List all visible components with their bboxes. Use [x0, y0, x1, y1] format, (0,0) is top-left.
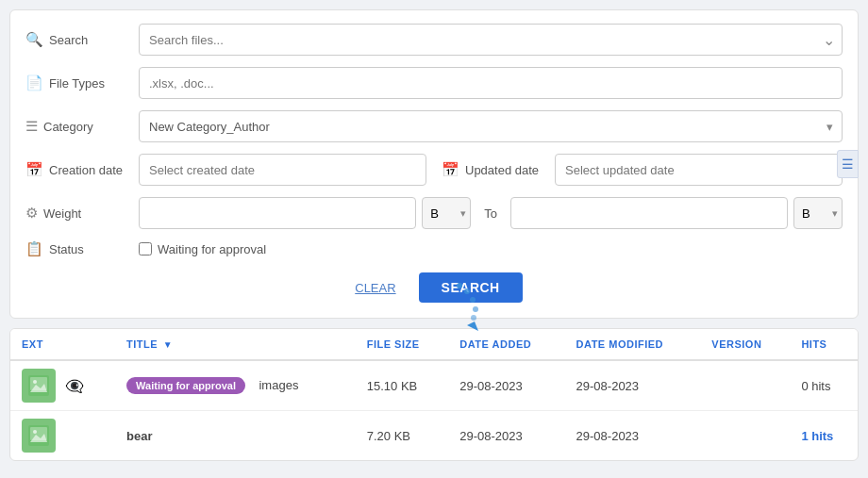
table-row: 👁‍🗨 Waiting for approval images 15.10 KB…: [10, 360, 858, 411]
search-row: 🔍 Search ⌄: [25, 24, 843, 56]
svg-point-12: [33, 430, 37, 434]
updated-date-label-text: Updated date: [465, 163, 539, 177]
category-row: ☰ Category New Category_Author ▾: [25, 110, 843, 142]
svg-point-3: [473, 306, 478, 312]
category-wrapper: New Category_Author ▾: [139, 110, 843, 142]
row1-title: images: [259, 378, 298, 392]
row2-dateadded: 29-08-2023: [448, 411, 564, 461]
creation-date-label: 📅 Creation date: [25, 161, 139, 178]
col-title: TITLE ▼: [115, 329, 356, 360]
row1-datemodified: 29-08-2023: [565, 360, 701, 411]
category-icon: ☰: [25, 118, 38, 135]
to-label: To: [471, 206, 510, 221]
row1-version: [700, 360, 790, 411]
sort-icon[interactable]: ▼: [163, 339, 173, 350]
svg-point-2: [470, 297, 476, 303]
status-label: 📋 Status: [25, 240, 139, 257]
weight-to-unit-select[interactable]: B KB MB: [793, 197, 843, 229]
row1-ext: 👁‍🗨: [10, 360, 115, 411]
expand-icon[interactable]: ⌄: [823, 31, 835, 49]
row2-ext: [10, 411, 115, 461]
status-icon: 📋: [25, 240, 43, 257]
updated-date-input[interactable]: [555, 154, 843, 186]
svg-point-1: [464, 288, 470, 294]
row1-dateadded: 29-08-2023: [448, 360, 564, 411]
col-version: VERSION: [700, 329, 790, 360]
row2-title: bear: [126, 429, 152, 443]
waiting-approval-text: Waiting for approval: [158, 242, 266, 256]
table-header-row: EXT TITLE ▼ FILE SIZE DATE ADDED DATE MO…: [10, 329, 858, 360]
filetypes-label: 📄 File Types: [25, 74, 139, 91]
category-select[interactable]: New Category_Author: [139, 110, 843, 142]
row2-datemodified: 29-08-2023: [565, 411, 701, 461]
col-ext: EXT: [10, 329, 115, 360]
svg-point-8: [33, 380, 37, 384]
row2-thumb: [22, 419, 56, 453]
filetypes-input[interactable]: [139, 67, 843, 99]
clear-button[interactable]: CLEAR: [345, 275, 405, 301]
row1-thumb: [22, 369, 56, 403]
file-icon: 📄: [25, 74, 43, 91]
row2-version: [700, 411, 790, 461]
waiting-approval-checkbox[interactable]: [139, 242, 152, 255]
col-hits: HITS: [790, 329, 858, 360]
waiting-approval-badge: Waiting for approval: [126, 377, 245, 394]
weight-from-group: B KB MB ▾: [139, 197, 471, 229]
eye-off-icon[interactable]: 👁‍🗨: [65, 377, 84, 395]
weight-row: ⚙ Weight B KB MB ▾ To: [25, 197, 843, 229]
status-row: 📋 Status Waiting for approval: [25, 240, 843, 257]
row1-filesize: 15.10 KB: [356, 360, 449, 411]
creation-date-section: 📅 Creation date: [25, 154, 426, 186]
filter-icon[interactable]: ☰: [837, 150, 859, 178]
svg-point-0: [457, 283, 462, 288]
weight-from-unit-wrapper: B KB MB ▾: [422, 197, 471, 229]
image-thumb-icon: [28, 375, 49, 396]
image-thumb-icon2: [28, 425, 49, 446]
date-row: 📅 Creation date 📅 Updated date: [25, 154, 843, 186]
weight-to-group: B KB MB ▾: [510, 197, 843, 229]
app-container: ☰ 🔍 Search ⌄ 📄 File Types ☰ C: [0, 9, 868, 478]
weight-label: ⚙ Weight: [25, 205, 139, 222]
filetypes-label-text: File Types: [49, 76, 105, 91]
waiting-approval-checkbox-label[interactable]: Waiting for approval: [139, 242, 266, 256]
updated-date-section: 📅 Updated date: [442, 154, 843, 186]
updated-date-label: 📅 Updated date: [442, 161, 555, 178]
weight-icon: ⚙: [25, 205, 38, 222]
filetypes-row: 📄 File Types: [25, 67, 843, 99]
row1-title-cell: Waiting for approval images: [115, 360, 356, 411]
results-table: EXT TITLE ▼ FILE SIZE DATE ADDED DATE MO…: [10, 329, 858, 460]
results-section: EXT TITLE ▼ FILE SIZE DATE ADDED DATE MO…: [9, 328, 859, 461]
weight-to-unit-wrapper: B KB MB ▾: [793, 197, 843, 229]
weight-label-text: Weight: [43, 206, 81, 221]
calendar-icon-creation: 📅: [25, 161, 43, 178]
hits-highlight: 1 hits: [801, 429, 833, 443]
category-label-text: Category: [43, 120, 93, 134]
table-body: 👁‍🗨 Waiting for approval images 15.10 KB…: [10, 360, 858, 460]
weight-from-input[interactable]: [139, 197, 416, 229]
col-datemodified: DATE MODIFIED: [565, 329, 701, 360]
search-input[interactable]: [139, 24, 843, 56]
search-icon: 🔍: [25, 31, 43, 48]
creation-date-label-text: Creation date: [49, 163, 123, 177]
row2-title-cell: bear: [115, 411, 356, 461]
arrow-indicator: [450, 276, 516, 342]
search-label: 🔍 Search: [25, 31, 139, 48]
row2-filesize: 7.20 KB: [356, 411, 449, 461]
creation-date-input[interactable]: [139, 154, 426, 186]
weight-from-unit-select[interactable]: B KB MB: [422, 197, 471, 229]
search-label-text: Search: [49, 33, 88, 47]
action-row: CLEAR SEARCH: [25, 267, 843, 303]
weight-to-input[interactable]: [510, 197, 788, 229]
search-input-wrapper: ⌄: [139, 24, 843, 56]
svg-point-4: [471, 315, 476, 321]
calendar-icon-updated: 📅: [442, 161, 459, 178]
col-filesize: FILE SIZE: [356, 329, 449, 360]
status-label-text: Status: [49, 242, 84, 256]
search-panel: ☰ 🔍 Search ⌄ 📄 File Types ☰ C: [9, 9, 859, 319]
table-row: bear 7.20 KB 29-08-2023 29-08-2023 1 hit…: [10, 411, 858, 461]
row2-hits: 1 hits: [790, 411, 858, 461]
svg-marker-5: [467, 321, 478, 331]
category-label: ☰ Category: [25, 118, 139, 135]
row1-hits: 0 hits: [790, 360, 858, 411]
table-header: EXT TITLE ▼ FILE SIZE DATE ADDED DATE MO…: [10, 329, 858, 360]
